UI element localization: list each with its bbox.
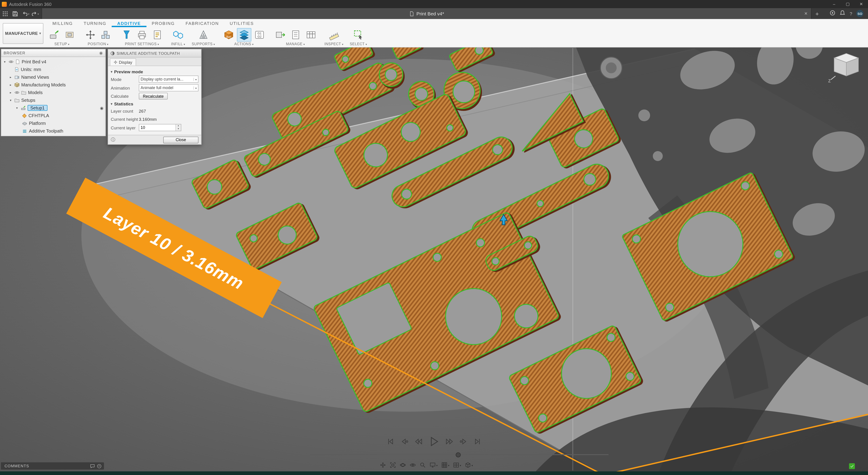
spin-up-icon[interactable]: ▲ xyxy=(176,124,181,127)
post-process-button[interactable]: G1G2 xyxy=(252,28,267,41)
print-profile-button[interactable] xyxy=(150,28,164,41)
export-3mf-button[interactable]: 3MF xyxy=(221,28,236,41)
expand-arrow-icon[interactable]: ▾ xyxy=(15,106,19,110)
group-label-actions[interactable]: ACTIONS▾ xyxy=(234,42,254,46)
print-settings-button[interactable] xyxy=(135,28,149,41)
close-window-button[interactable]: ✕ xyxy=(855,0,868,8)
active-setup-radio-icon[interactable]: ◉ xyxy=(100,106,103,110)
arrange-button[interactable] xyxy=(98,28,113,41)
fit-icon[interactable] xyxy=(390,462,396,468)
orbit-icon[interactable] xyxy=(400,462,406,468)
browser-header[interactable]: BROWSER ◉ xyxy=(1,49,106,57)
manage-table-button[interactable] xyxy=(304,28,318,41)
group-label-setup[interactable]: SETUP▾ xyxy=(55,42,70,46)
visibility-eye-icon[interactable] xyxy=(14,90,20,95)
extensions-icon[interactable] xyxy=(830,9,836,18)
recalculate-button[interactable]: Recalculate xyxy=(139,93,168,99)
visual-style-icon[interactable]: ▾ xyxy=(465,462,473,468)
expand-arrow-icon[interactable]: ▸ xyxy=(8,75,13,79)
save-icon[interactable] xyxy=(10,9,20,18)
group-label-infill[interactable]: INFILL▾ xyxy=(171,42,185,46)
tab-utilities[interactable]: UTILITIES xyxy=(224,20,259,27)
mode-select[interactable]: Display upto current la... ▾ xyxy=(139,76,198,83)
preview-mode-section-header[interactable]: ▾ Preview mode xyxy=(111,69,198,74)
tab-close-icon[interactable]: ✕ xyxy=(804,11,808,16)
slider-handle[interactable] xyxy=(456,452,461,457)
help-icon[interactable]: ? xyxy=(850,11,852,16)
group-label-supports[interactable]: SUPPORTS▾ xyxy=(192,42,215,46)
expand-arrow-icon[interactable]: ▾ xyxy=(8,98,13,102)
browser-item-additive-toolpath[interactable]: Additive Toolpath xyxy=(1,127,105,135)
play-button[interactable] xyxy=(429,436,439,449)
new-setup-button[interactable] xyxy=(47,28,61,41)
tab-fabrication[interactable]: FABRICATION xyxy=(180,20,224,27)
section-collapse-icon[interactable]: ▾ xyxy=(111,70,112,73)
current-layer-input[interactable] xyxy=(139,124,176,131)
spin-down-icon[interactable]: ▼ xyxy=(176,127,181,131)
zoom-icon[interactable] xyxy=(420,462,426,468)
display-settings-icon[interactable]: ▾ xyxy=(430,462,438,468)
step-back-button[interactable] xyxy=(414,438,423,447)
supports-button[interactable] xyxy=(196,28,211,41)
group-label-position[interactable]: POSITION▾ xyxy=(88,42,108,46)
expand-arrow-icon[interactable]: ▸ xyxy=(8,91,13,94)
status-ok-icon[interactable] xyxy=(849,463,855,469)
dialog-titlebar[interactable]: SIMULATE ADDITIVE TOOLPATH xyxy=(108,49,201,57)
browser-item-platform[interactable]: Platform xyxy=(1,119,105,127)
browser-item-setups[interactable]: ▾ Setups xyxy=(1,96,105,104)
select-button[interactable] xyxy=(351,28,366,41)
maximize-button[interactable]: ▢ xyxy=(841,0,855,8)
previous-operation-button[interactable] xyxy=(401,438,409,447)
notifications-icon[interactable] xyxy=(840,9,846,18)
browser-item-print-bed[interactable]: ▾ Print Bed v4 xyxy=(1,58,105,66)
setup-stock-button[interactable] xyxy=(62,28,77,41)
close-button[interactable]: Close xyxy=(163,137,198,143)
tab-display[interactable]: Display xyxy=(110,58,136,66)
manage-export-button[interactable] xyxy=(273,28,287,41)
animation-select[interactable]: Animate full model ▾ xyxy=(139,84,198,91)
visibility-eye-icon[interactable] xyxy=(8,59,13,64)
skip-to-end-button[interactable] xyxy=(473,438,482,447)
pan-icon[interactable] xyxy=(380,462,386,468)
tab-turning[interactable]: TURNING xyxy=(78,20,112,27)
browser-item-manufacturing-models[interactable]: ▸ Manufacturing Models xyxy=(1,81,105,89)
new-tab-button[interactable]: + xyxy=(812,10,823,17)
statistics-section-header[interactable]: ▾ Statistics xyxy=(111,101,198,106)
redo-caret-icon[interactable]: ▾ xyxy=(37,12,39,15)
group-label-inspect[interactable]: INSPECT▾ xyxy=(324,42,343,46)
tab-probing[interactable]: PROBING xyxy=(146,20,180,27)
tab-additive[interactable]: ADDITIVE xyxy=(112,20,147,27)
comments-bar[interactable]: COMMENTS xyxy=(1,462,104,470)
skip-to-start-button[interactable] xyxy=(386,438,395,447)
tab-milling[interactable]: MILLING xyxy=(47,20,78,27)
step-forward-button[interactable] xyxy=(445,438,454,447)
group-label-manage[interactable]: MANAGE▾ xyxy=(286,42,305,46)
expand-panel-icon[interactable] xyxy=(97,464,102,469)
manage-sheet-button[interactable] xyxy=(288,28,303,41)
minimize-button[interactable]: – xyxy=(827,0,841,8)
app-grid-icon[interactable] xyxy=(0,9,10,18)
user-avatar[interactable]: SO xyxy=(856,10,864,17)
browser-item-setup1[interactable]: ▾ Setup1 ◉ xyxy=(1,104,105,112)
browser-item-models[interactable]: ▸ Models xyxy=(1,89,105,96)
browser-item-named-views[interactable]: ▸ Named Views xyxy=(1,73,105,81)
section-collapse-icon[interactable]: ▾ xyxy=(111,102,112,106)
fdm-settings-button[interactable] xyxy=(119,28,134,41)
group-label-print-settings[interactable]: PRINT SETTINGS▾ xyxy=(125,42,159,46)
simulate-toolpath-button[interactable] xyxy=(237,28,251,41)
document-tab[interactable]: Print Bed v4* ✕ xyxy=(41,8,812,19)
next-operation-button[interactable] xyxy=(459,438,467,447)
expand-arrow-icon[interactable]: ▸ xyxy=(8,83,13,87)
infill-button[interactable] xyxy=(171,28,185,41)
browser-item-cfhtpla[interactable]: CFHTPLA xyxy=(1,112,105,119)
measure-button[interactable] xyxy=(327,28,341,41)
grid-settings-icon[interactable]: ▾ xyxy=(441,462,450,468)
workspace-selector[interactable]: MANUFACTURE ▾ xyxy=(3,23,43,44)
group-label-select[interactable]: SELECT▾ xyxy=(350,42,367,46)
look-at-icon[interactable] xyxy=(410,462,416,468)
browser-item-units[interactable]: Units: mm xyxy=(1,66,105,73)
info-icon[interactable]: ⓘ xyxy=(111,137,115,143)
browser-popout-icon[interactable]: ◉ xyxy=(99,51,103,55)
move-button[interactable] xyxy=(83,28,98,41)
expand-arrow-icon[interactable]: ▾ xyxy=(3,60,7,64)
